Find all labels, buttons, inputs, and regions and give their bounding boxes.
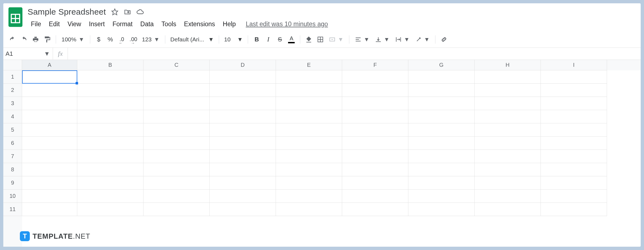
cell[interactable]	[342, 84, 408, 97]
cell[interactable]	[22, 150, 77, 163]
cell[interactable]	[408, 110, 475, 123]
row-header[interactable]: 4	[3, 110, 22, 123]
cell[interactable]	[408, 176, 475, 190]
decrease-decimal-button[interactable]: .0 ←	[117, 34, 127, 45]
cell[interactable]	[210, 203, 276, 216]
menu-edit[interactable]: Edit	[45, 19, 64, 30]
last-edit-link[interactable]: Last edit was 10 minutes ago	[246, 20, 328, 28]
cell[interactable]	[342, 137, 408, 150]
row-header[interactable]: 11	[3, 203, 22, 216]
column-header[interactable]: I	[541, 60, 607, 70]
cell[interactable]	[276, 110, 342, 123]
cell[interactable]	[475, 123, 541, 137]
fill-color-button[interactable]	[304, 34, 314, 45]
cell[interactable]	[143, 190, 210, 203]
cell[interactable]	[210, 137, 276, 150]
menu-tools[interactable]: Tools	[158, 19, 180, 30]
cell[interactable]	[22, 110, 77, 123]
cell[interactable]	[475, 70, 541, 84]
text-wrap-dropdown[interactable]: ▼	[393, 36, 412, 43]
column-header[interactable]: B	[77, 60, 143, 70]
menu-format[interactable]: Format	[109, 19, 137, 30]
cell[interactable]	[541, 176, 607, 190]
cell[interactable]	[408, 84, 475, 97]
cell[interactable]	[475, 137, 541, 150]
menu-data[interactable]: Data	[137, 19, 158, 30]
cell[interactable]	[541, 70, 607, 84]
row-header[interactable]: 5	[3, 123, 22, 137]
cell[interactable]	[475, 97, 541, 110]
cell[interactable]	[210, 97, 276, 110]
cell[interactable]	[342, 97, 408, 110]
cell[interactable]	[77, 70, 143, 84]
cell[interactable]	[143, 70, 210, 84]
menu-insert[interactable]: Insert	[85, 19, 109, 30]
cell[interactable]	[22, 176, 77, 190]
cell[interactable]	[210, 84, 276, 97]
cell[interactable]	[210, 150, 276, 163]
cell[interactable]	[210, 163, 276, 176]
cell[interactable]	[210, 70, 276, 84]
cell[interactable]	[22, 97, 77, 110]
cell[interactable]	[210, 176, 276, 190]
horizontal-align-dropdown[interactable]: ▼	[353, 36, 372, 43]
cell[interactable]	[408, 203, 475, 216]
cell[interactable]	[77, 150, 143, 163]
cell[interactable]	[77, 123, 143, 137]
cell[interactable]	[143, 110, 210, 123]
cell[interactable]	[276, 190, 342, 203]
cell[interactable]	[143, 137, 210, 150]
cell[interactable]	[22, 137, 77, 150]
cell[interactable]	[77, 110, 143, 123]
formula-input[interactable]	[68, 48, 641, 60]
cell[interactable]	[276, 150, 342, 163]
column-header[interactable]: F	[342, 60, 408, 70]
format-currency-button[interactable]: $	[94, 34, 104, 45]
row-header[interactable]: 7	[3, 150, 22, 163]
cell[interactable]	[475, 190, 541, 203]
row-header[interactable]: 9	[3, 176, 22, 190]
column-header[interactable]: E	[276, 60, 342, 70]
cell[interactable]	[408, 70, 475, 84]
more-formats-dropdown[interactable]: 123 ▼	[140, 36, 162, 43]
menu-file[interactable]: File	[27, 19, 45, 30]
sheets-logo[interactable]	[7, 6, 24, 28]
cell[interactable]	[22, 163, 77, 176]
font-family-dropdown[interactable]: Default (Ari... ▼	[169, 36, 215, 43]
borders-button[interactable]	[315, 34, 326, 45]
cell[interactable]	[408, 97, 475, 110]
cell[interactable]	[541, 203, 607, 216]
cell[interactable]	[77, 203, 143, 216]
menu-help[interactable]: Help	[219, 19, 239, 30]
print-button[interactable]	[30, 34, 41, 45]
cell[interactable]	[342, 176, 408, 190]
italic-button[interactable]: I	[263, 34, 273, 45]
cell[interactable]	[342, 150, 408, 163]
column-header[interactable]: H	[475, 60, 541, 70]
cell[interactable]	[77, 163, 143, 176]
cell[interactable]	[541, 123, 607, 137]
row-header[interactable]: 6	[3, 137, 22, 150]
cell[interactable]	[143, 176, 210, 190]
row-header[interactable]: 10	[3, 190, 22, 203]
star-icon[interactable]	[111, 8, 119, 16]
paint-format-button[interactable]	[42, 34, 52, 45]
cell[interactable]	[408, 163, 475, 176]
undo-button[interactable]	[7, 34, 18, 45]
cell[interactable]	[541, 150, 607, 163]
cell[interactable]	[276, 123, 342, 137]
cell[interactable]	[541, 190, 607, 203]
cell[interactable]	[77, 97, 143, 110]
cloud-status-icon[interactable]	[136, 8, 144, 16]
column-header[interactable]: G	[408, 60, 475, 70]
cell[interactable]	[210, 190, 276, 203]
cell[interactable]	[143, 203, 210, 216]
cell[interactable]	[541, 163, 607, 176]
cell[interactable]	[541, 137, 607, 150]
cell[interactable]	[77, 84, 143, 97]
redo-button[interactable]	[19, 34, 29, 45]
menu-view[interactable]: View	[64, 19, 85, 30]
cell[interactable]	[408, 123, 475, 137]
column-header[interactable]: C	[143, 60, 210, 70]
row-header[interactable]: 2	[3, 84, 22, 97]
